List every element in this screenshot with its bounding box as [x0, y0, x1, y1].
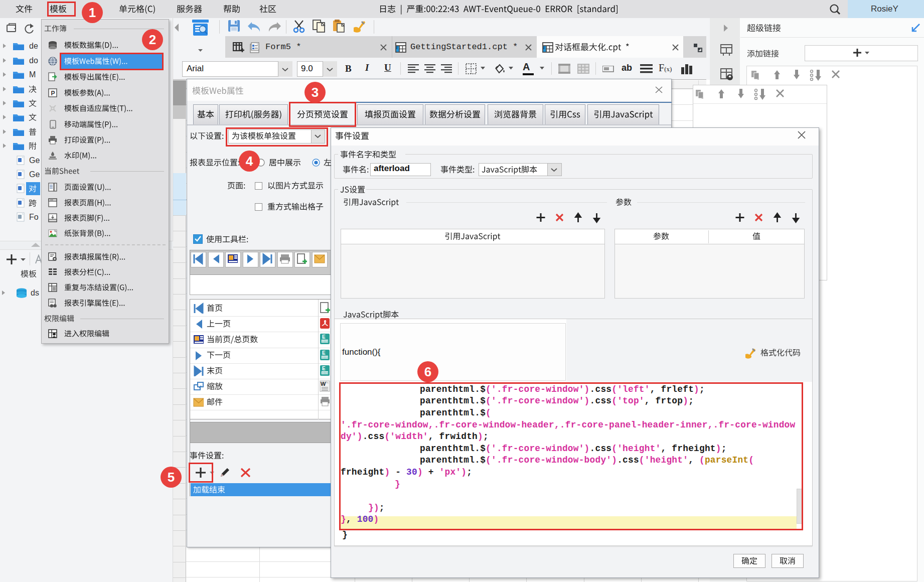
- svg-text:W: W: [321, 381, 326, 387]
- svg-text:P: P: [51, 89, 55, 96]
- svg-text:E: E: [322, 350, 326, 356]
- svg-text:E: E: [322, 334, 326, 340]
- svg-text:E: E: [322, 366, 326, 371]
